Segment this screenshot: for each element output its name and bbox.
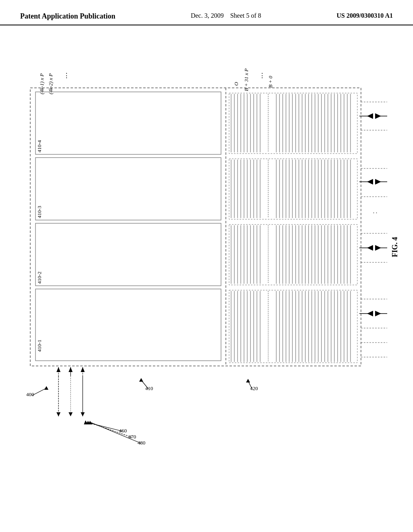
ref-480: 480 [138, 440, 146, 446]
arrows-row2 [359, 233, 387, 262]
svg-marker-188 [88, 421, 92, 424]
svg-line-185 [89, 422, 132, 437]
svg-marker-172 [44, 386, 48, 390]
label-B0: B + 0 [267, 76, 273, 88]
svg-line-175 [248, 381, 252, 389]
svg-marker-150 [367, 179, 373, 185]
ref-470: 470 [128, 434, 136, 440]
svg-marker-152 [375, 179, 381, 185]
page-header: Patent Application Publication Dec. 3, 2… [0, 0, 413, 25]
svg-text:· ·: · · [373, 210, 378, 216]
stripes-row3 [229, 159, 357, 219]
svg-marker-186 [86, 421, 90, 424]
svg-rect-35 [229, 93, 357, 154]
publication-title: Patent Application Publication [20, 12, 115, 21]
arrows-row3: · · [359, 168, 387, 216]
ref-400: 400 [26, 391, 34, 397]
ref-460: 460 [119, 428, 127, 434]
svg-rect-143 [229, 290, 357, 363]
label-4k2: (4k-2) x P [48, 73, 54, 94]
block-label-410-2: 410-2 [36, 272, 42, 284]
diagram-area: (4k-1) x P (4k-2) x P ⋮ O B + 31 x P ⋮ B… [0, 25, 413, 509]
arrows-row4 [359, 102, 387, 130]
svg-marker-146 [375, 113, 381, 119]
svg-rect-71 [229, 159, 357, 219]
block-label-410-3: 410-3 [36, 206, 42, 218]
svg-marker-194 [81, 412, 85, 416]
publication-date: Dec. 3, 2009 Sheet 5 of 8 [191, 12, 261, 19]
svg-line-187 [91, 422, 141, 443]
svg-line-183 [87, 422, 123, 431]
svg-marker-157 [367, 245, 373, 251]
svg-line-171 [32, 388, 46, 395]
label-dots2: ⋮ [259, 72, 265, 79]
patent-number: US 2009/0300310 A1 [336, 12, 393, 19]
block-410-2 [35, 223, 221, 286]
svg-marker-163 [367, 311, 373, 316]
diagram-svg: (4k-1) x P (4k-2) x P ⋮ O B + 31 x P ⋮ B… [0, 25, 413, 509]
svg-marker-144 [367, 113, 373, 119]
svg-rect-107 [229, 224, 357, 285]
svg-marker-193 [69, 412, 73, 416]
svg-marker-180 [56, 367, 60, 372]
svg-marker-176 [246, 379, 250, 382]
stripes-row2 [229, 224, 357, 285]
block-410-4 [35, 92, 221, 154]
block-label-410-4: 410-4 [36, 140, 42, 152]
block-410-3 [35, 158, 221, 220]
svg-marker-159 [375, 245, 381, 251]
block-label-410-1: 410-1 [36, 340, 42, 352]
label-O: O [233, 82, 239, 86]
ref-420: 420 [250, 385, 258, 391]
fig-label: FIG. 4 [391, 237, 399, 257]
label-4k1: (4k-1) x P [39, 73, 45, 94]
svg-marker-181 [69, 367, 73, 372]
label-B31P: B + 31 x P [243, 69, 249, 91]
svg-marker-184 [84, 420, 88, 424]
stripes-row4 [229, 93, 357, 154]
arrows-row1 [359, 299, 387, 357]
block-410-1 [35, 289, 221, 361]
stripes-row1 [229, 290, 357, 363]
svg-marker-165 [375, 311, 381, 316]
svg-marker-182 [81, 367, 85, 372]
label-dots1: ⋮ [63, 72, 70, 79]
ref-410: 410 [145, 385, 153, 391]
svg-marker-174 [139, 378, 143, 382]
svg-marker-192 [56, 412, 60, 416]
outer-box [30, 88, 361, 366]
svg-line-173 [141, 380, 148, 389]
